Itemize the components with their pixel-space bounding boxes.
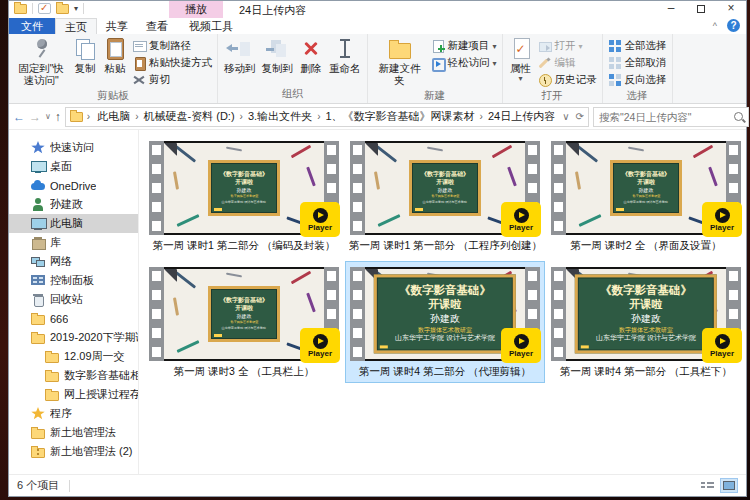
- sidebar-item-label: 此电脑: [50, 216, 83, 231]
- board-author: 孙建政: [639, 187, 654, 193]
- search-icon[interactable]: [734, 112, 743, 121]
- refresh-icon[interactable]: ⟳: [576, 111, 584, 122]
- board-author: 孙建政: [631, 314, 661, 326]
- properties-quick-icon[interactable]: [38, 3, 51, 14]
- breadcrumb-segment[interactable]: 3.输出文件夹: [245, 109, 315, 124]
- player-badge: Player: [300, 202, 340, 237]
- collapse-ribbon-icon[interactable]: ^: [713, 21, 717, 31]
- rename-button[interactable]: 重命名: [326, 36, 364, 76]
- breadcrumb-segment[interactable]: 24日上传内容: [485, 109, 558, 124]
- sidebar-item[interactable]: 孙建政: [9, 195, 138, 214]
- search-input[interactable]: [599, 111, 734, 123]
- sidebar-item-label: OneDrive: [50, 180, 96, 192]
- star-yellow-icon: [31, 407, 45, 420]
- quick-access-toolbar: ▾: [14, 3, 84, 14]
- explorer-window: ▾ 播放 24日上传内容 – × 文件 主页 共享 查看 视频工具 ^ ? 固定…: [8, 0, 747, 497]
- sidebar-item[interactable]: 库: [9, 233, 138, 252]
- invert-selection-button[interactable]: 反向选择: [606, 72, 669, 88]
- edit-button[interactable]: 编辑: [536, 55, 599, 71]
- cut-button[interactable]: 剪切: [130, 72, 214, 88]
- sidebar-item[interactable]: 快速访问: [9, 138, 138, 157]
- player-badge: Player: [501, 202, 541, 237]
- easy-access-button[interactable]: 轻松访问 ▾: [429, 55, 499, 71]
- sidebar-item[interactable]: 12.09周一交: [9, 347, 138, 366]
- customize-qat-icon[interactable]: ▾: [74, 3, 78, 14]
- breadcrumb-segment[interactable]: 此电脑: [94, 109, 133, 124]
- copy-button[interactable]: 复制: [70, 36, 100, 76]
- select-none-button[interactable]: 全部取消: [606, 55, 669, 71]
- tab-video-tools[interactable]: 视频工具: [180, 18, 242, 34]
- sidebar-item-label: 孙建政: [50, 197, 83, 212]
- open-button[interactable]: 打开 ▾: [536, 38, 599, 54]
- tab-share[interactable]: 共享: [97, 18, 137, 34]
- sidebar-item[interactable]: 新土地管理法 (2): [9, 442, 138, 461]
- tab-view[interactable]: 查看: [137, 18, 177, 34]
- paste-button[interactable]: 粘贴: [100, 36, 130, 76]
- paste-icon: [103, 38, 127, 60]
- sidebar-item[interactable]: 2019-2020下学期课: [9, 328, 138, 347]
- sidebar-item[interactable]: 控制面板: [9, 271, 138, 290]
- sidebar-item[interactable]: 新土地管理法: [9, 423, 138, 442]
- new-folder-quick-icon[interactable]: [56, 4, 69, 14]
- history-button[interactable]: 历史记录: [536, 72, 599, 88]
- sidebar-item[interactable]: 回收站: [9, 290, 138, 309]
- back-button[interactable]: ←: [13, 110, 25, 124]
- tab-file[interactable]: 文件: [9, 18, 55, 34]
- file-item[interactable]: 《数字影音基础》开课啦孙建政数字媒体艺术教研室山东华宇工学院 设计与艺术学院Pl…: [547, 262, 745, 382]
- maximize-button[interactable]: [686, 1, 716, 18]
- file-item[interactable]: 《数字影音基础》开课啦孙建政数字媒体艺术教研室山东华宇工学院 设计与艺术学院Pl…: [145, 262, 343, 382]
- sidebar-item-label: 库: [50, 235, 61, 250]
- player-badge: Player: [702, 202, 742, 237]
- sidebar-item[interactable]: 程序: [9, 404, 138, 423]
- copy-icon: [73, 38, 97, 60]
- address-box[interactable]: › 此电脑›机械硬盘-资料 (D:)›3.输出文件夹›1、《数字影音基础》网课素…: [65, 107, 589, 127]
- sidebar-item[interactable]: OneDrive: [9, 176, 138, 195]
- select-all-button[interactable]: 全部选择: [606, 38, 669, 54]
- group-label-organize: 组织: [221, 86, 364, 103]
- help-icon[interactable]: ?: [727, 19, 740, 32]
- file-item[interactable]: 《数字影音基础》开课啦孙建政数字媒体艺术教研室山东华宇工学院 设计与艺术学院Pl…: [346, 136, 544, 256]
- sidebar-item[interactable]: 666: [9, 309, 138, 328]
- breadcrumb-segment[interactable]: 机械硬盘-资料 (D:): [141, 109, 238, 124]
- folder-icon: [45, 372, 59, 382]
- sidebar-item[interactable]: 数字影音基础相关: [9, 366, 138, 385]
- divider: [32, 3, 33, 14]
- new-item-button[interactable]: 新建项目 ▾: [429, 38, 499, 54]
- recent-locations-icon[interactable]: ∨: [45, 112, 51, 121]
- forward-button[interactable]: →: [29, 110, 41, 124]
- search-box: [593, 107, 749, 127]
- easy-access-icon: [431, 56, 445, 70]
- file-item[interactable]: 《数字影音基础》开课啦孙建政数字媒体艺术教研室山东华宇工学院 设计与艺术学院Pl…: [547, 136, 745, 256]
- file-item[interactable]: 《数字影音基础》开课啦孙建政数字媒体艺术教研室山东华宇工学院 设计与艺术学院Pl…: [145, 136, 343, 256]
- address-dropdown-icon[interactable]: ∨: [562, 111, 569, 122]
- properties-icon: [509, 38, 533, 60]
- paste-shortcut-button[interactable]: 粘贴快捷方式: [130, 55, 214, 71]
- copy-path-button[interactable]: 复制路径: [130, 38, 214, 54]
- delete-button[interactable]: 删除: [296, 36, 326, 76]
- close-button[interactable]: ×: [716, 1, 746, 18]
- up-button[interactable]: ↑: [55, 110, 61, 124]
- file-item[interactable]: 《数字影音基础》开课啦孙建政数字媒体艺术教研室山东华宇工学院 设计与艺术学院Pl…: [346, 262, 544, 382]
- scissors-icon: [132, 73, 146, 87]
- new-folder-button[interactable]: 新建文件夹: [371, 36, 429, 88]
- new-item-icon: [431, 39, 445, 53]
- minimize-button[interactable]: –: [656, 1, 686, 18]
- large-icons-view-button[interactable]: [720, 478, 738, 493]
- sidebar-item[interactable]: 网络: [9, 252, 138, 271]
- control-panel-icon: [31, 274, 45, 287]
- properties-button[interactable]: 属性 ▾: [506, 36, 536, 85]
- details-view-button[interactable]: [698, 478, 716, 493]
- sidebar-item[interactable]: 此电脑: [9, 214, 138, 233]
- move-to-button[interactable]: 移动到: [221, 36, 259, 76]
- filmstrip-holes-icon: [149, 267, 164, 361]
- sidebar-item-label: 程序: [50, 406, 72, 421]
- board-dept: 数字媒体艺术教研室: [230, 320, 258, 324]
- sidebar-item[interactable]: 网上授课过程存留: [9, 385, 138, 404]
- window-title: 24日上传内容: [239, 3, 306, 18]
- breadcrumb-segment[interactable]: 1、《数字影音基础》网课素材: [322, 109, 477, 124]
- tab-home[interactable]: 主页: [55, 18, 97, 34]
- board-school: 山东华宇工学院 设计与艺术学院: [596, 335, 696, 343]
- copy-to-button[interactable]: 复制到: [259, 36, 297, 76]
- pin-to-quick-access-button[interactable]: 固定到"快速访问": [12, 36, 70, 88]
- sidebar-item[interactable]: 桌面: [9, 157, 138, 176]
